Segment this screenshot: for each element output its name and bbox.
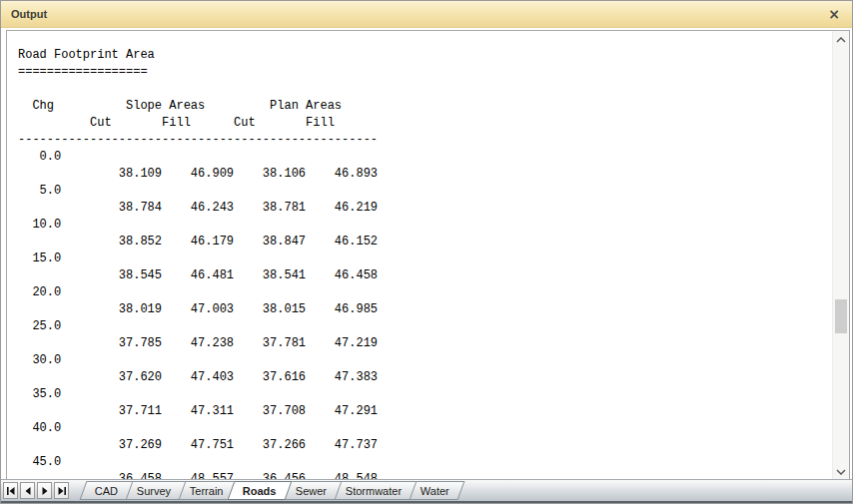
panel-titlebar: Output × bbox=[1, 1, 852, 28]
tab-roads[interactable]: Roads bbox=[228, 481, 293, 500]
tab-label: Stormwater bbox=[346, 485, 402, 497]
tab-label: Water bbox=[421, 485, 449, 497]
panel-title: Output bbox=[11, 8, 47, 20]
output-content-area: Road Footprint Area ================== C… bbox=[6, 30, 850, 481]
tab-cad[interactable]: CAD bbox=[80, 481, 134, 500]
first-icon bbox=[6, 486, 16, 496]
next-icon bbox=[40, 486, 50, 496]
tab-label: Roads bbox=[243, 485, 277, 497]
report-text: Road Footprint Area ================== C… bbox=[7, 31, 849, 481]
tab-strip: CADSurveyTerrainRoadsSewerStormwaterWate… bbox=[83, 481, 456, 501]
tab-nav-next-button[interactable] bbox=[37, 482, 52, 499]
tab-nav-previous-button[interactable] bbox=[20, 482, 35, 499]
vertical-scrollbar[interactable] bbox=[832, 31, 849, 480]
tab-bar: CADSurveyTerrainRoadsSewerStormwaterWate… bbox=[1, 479, 852, 503]
scrollbar-thumb[interactable] bbox=[835, 299, 847, 333]
tab-label: Survey bbox=[137, 485, 171, 497]
tab-nav-first-button[interactable] bbox=[3, 482, 18, 499]
scroll-down-button[interactable] bbox=[833, 463, 849, 480]
tab-nav-last-button[interactable] bbox=[54, 482, 69, 499]
tab-label: CAD bbox=[95, 485, 118, 497]
tab-stormwater[interactable]: Stormwater bbox=[330, 481, 417, 500]
tab-label: Terrain bbox=[190, 485, 224, 497]
output-panel: Output × Road Footprint Area ===========… bbox=[0, 0, 853, 504]
chevron-down-icon bbox=[836, 469, 846, 475]
tab-nav-buttons bbox=[3, 482, 71, 499]
chevron-up-icon bbox=[836, 37, 846, 43]
last-icon bbox=[57, 486, 67, 496]
close-icon[interactable]: × bbox=[828, 7, 840, 21]
previous-icon bbox=[23, 486, 33, 496]
tab-label: Sewer bbox=[296, 485, 327, 497]
scroll-up-button[interactable] bbox=[833, 31, 849, 48]
